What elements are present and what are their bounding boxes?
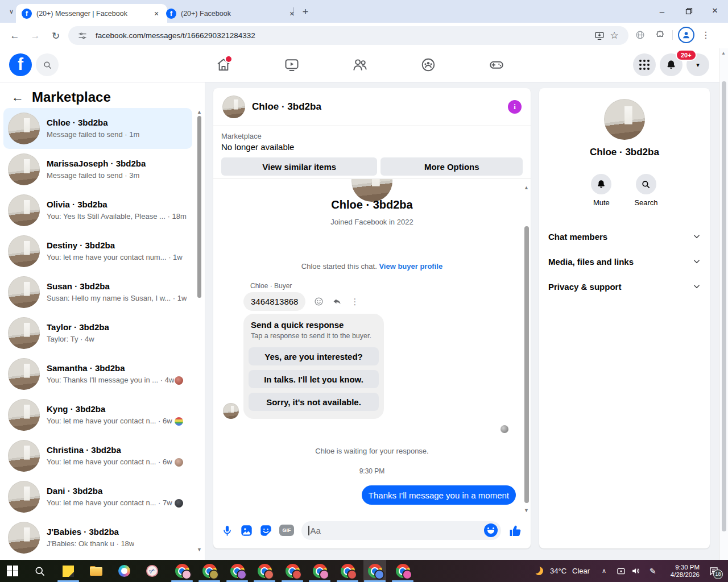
gif-icon[interactable]: GIF [279, 525, 294, 536]
pen-button[interactable]: ✎ [650, 560, 656, 582]
tray-app-icon[interactable] [617, 560, 626, 582]
weather-widget[interactable]: 34°C Clear [535, 560, 590, 582]
home-tab[interactable] [216, 57, 231, 73]
sticker-icon[interactable] [260, 525, 272, 537]
conversation-info-icon[interactable]: i [508, 100, 522, 114]
browser-menu-kebab-icon[interactable]: ⋮ [698, 28, 713, 43]
chat-scroll-down-icon[interactable]: ▼ [524, 508, 529, 513]
chrome-profile-6-button[interactable] [308, 560, 331, 582]
thumbs-up-send-icon[interactable] [508, 523, 523, 538]
sticky-notes-button[interactable] [57, 560, 80, 582]
gaming-tab[interactable] [489, 57, 504, 73]
listing-avatar [8, 276, 40, 308]
section-media-files-links[interactable]: Media, files and links [539, 249, 710, 274]
search-in-conversation-button[interactable]: Search [634, 174, 657, 207]
url-text[interactable]: facebook.com/messages/t/1666290321284332 [96, 31, 592, 40]
window-minimize-button[interactable]: – [649, 0, 675, 22]
tray-overflow-chevron[interactable]: ∧ [602, 560, 606, 582]
chrome-profile-4-button[interactable] [253, 560, 276, 582]
conversation-row-marissajoseph[interactable]: MarissaJoseph · 3bd2ba Message failed to… [3, 149, 192, 190]
sender-label: Chloe · Buyer [250, 282, 292, 290]
forward-button[interactable]: → [26, 27, 44, 45]
apps-menu-button[interactable] [633, 53, 656, 76]
react-emoji-icon[interactable] [314, 297, 324, 306]
page-scrollbar[interactable]: ▲ [719, 48, 728, 560]
conversation-row-samantha[interactable]: Samantha · 3bd2ba You: Thanks I'll messa… [3, 354, 192, 394]
conversation-row-jbabies[interactable]: J'Babies · 3bd2ba J'Babies: Ok thank u ·… [3, 517, 192, 558]
reload-button[interactable]: ↻ [47, 27, 65, 45]
page-scrollbar-thumb[interactable] [722, 81, 726, 531]
sidebar-scroll-down-icon[interactable]: ▼ [197, 547, 202, 552]
section-privacy-support[interactable]: Privacy & support [539, 274, 710, 299]
chrome-profile-5-button[interactable] [281, 560, 304, 582]
sidebar-scroll-up-icon[interactable]: ▲ [197, 109, 202, 115]
chrome-profile-7-button[interactable] [336, 560, 359, 582]
conversation-row-kyng[interactable]: Kyng · 3bd2ba You: let me have your cont… [3, 394, 192, 435]
taskbar-search-button[interactable] [28, 560, 51, 582]
notification-center-button[interactable]: 18 [709, 560, 719, 582]
conversation-row-chloe[interactable]: Chloe · 3bd2ba Message failed to send · … [3, 108, 192, 149]
sent-message-bubble[interactable]: Thanks I'll message you in a moment [362, 485, 516, 505]
back-button[interactable]: ← [6, 27, 24, 45]
site-info-icon[interactable] [75, 28, 90, 43]
conversation-name: Christina · 3bd2ba [47, 444, 172, 456]
quick-reply-in-talks-button[interactable]: In talks. I'll let you know. [249, 370, 379, 388]
chrome-profile-1-button[interactable] [171, 560, 193, 582]
message-input[interactable]: Aa [301, 521, 501, 540]
address-bar[interactable]: facebook.com/messages/t/1666290321284332… [68, 26, 628, 45]
more-options-button[interactable]: More Options [380, 157, 523, 176]
tab-close-icon[interactable]: × [287, 9, 297, 19]
install-app-icon[interactable] [592, 28, 607, 43]
attach-image-icon[interactable] [241, 525, 253, 537]
sidebar-scrollbar[interactable] [197, 116, 201, 298]
window-restore-button[interactable] [676, 0, 702, 22]
copilot-button[interactable] [113, 560, 135, 582]
section-chat-members[interactable]: Chat members [539, 224, 710, 249]
chrome-profile-8-button-active[interactable] [363, 560, 386, 582]
chrome-profile-2-button[interactable] [198, 560, 221, 582]
chat-scroll-up-icon[interactable]: ▲ [524, 185, 529, 190]
window-close-button[interactable]: × [702, 0, 728, 22]
clock-widget[interactable]: 9:30 PM 4/28/2026 [662, 560, 700, 582]
friends-tab[interactable] [352, 57, 368, 73]
new-tab-button[interactable]: + [298, 5, 313, 19]
quick-reply-not-available-button[interactable]: Sorry, it's not available. [249, 393, 379, 411]
tab-messenger[interactable]: f (20+) Messenger | Facebook × [16, 4, 167, 23]
chrome-profile-9-button[interactable] [391, 560, 414, 582]
start-button[interactable] [1, 560, 24, 582]
file-explorer-button[interactable] [85, 560, 107, 582]
groups-tab[interactable] [420, 57, 436, 73]
facebook-logo[interactable]: f [9, 53, 32, 76]
quick-reply-interested-button[interactable]: Yes, are you interested? [249, 347, 379, 365]
tab-facebook[interactable]: f (20+) Facebook × [160, 4, 303, 23]
bookmark-star-icon[interactable]: ☆ [607, 28, 622, 43]
chat-scrollbar[interactable] [524, 226, 529, 503]
browser-profile-avatar[interactable] [678, 27, 694, 43]
chat-header[interactable]: Chloe · 3bd2ba i [213, 88, 531, 126]
conversation-row-destiny[interactable]: Destiny · 3bd2ba You: let me have your c… [3, 231, 192, 272]
emoji-picker-icon[interactable] [484, 523, 498, 537]
notification-count-badge: 20+ [676, 49, 697, 61]
extensions-puzzle-icon[interactable] [652, 28, 667, 43]
conversation-row-olivia[interactable]: Olivia · 3bd2ba You: Yes Its Still Avail… [3, 190, 192, 231]
voice-clip-icon[interactable] [221, 525, 233, 537]
page-scroll-up-icon[interactable]: ▲ [721, 51, 726, 56]
message-menu-kebab-icon[interactable]: ⋮ [350, 297, 359, 307]
conversation-row-christina[interactable]: Christina · 3bd2ba You: let me have your… [3, 435, 192, 476]
reply-icon[interactable] [332, 297, 342, 306]
volume-button[interactable] [631, 560, 641, 582]
conversation-row-taylor[interactable]: Taylor · 3bd2ba Taylor: Ty · 4w [3, 313, 192, 354]
watch-tab[interactable] [284, 57, 300, 73]
snipping-tool-button[interactable]: ✂ [140, 560, 163, 582]
mute-button[interactable]: Mute [591, 174, 611, 207]
chrome-profile-3-button[interactable] [226, 560, 249, 582]
conversation-row-susan[interactable]: Susan · 3bd2ba Susan: Hello my name is S… [3, 272, 192, 313]
messenger-app: ← Marketplace Chloe · 3bd2ba Message fai… [0, 82, 728, 560]
facebook-search-button[interactable] [36, 53, 59, 76]
conversation-row-dani[interactable]: Dani · 3bd2ba You: let me have your cont… [3, 476, 192, 517]
search-icon [34, 566, 46, 577]
received-message-bubble[interactable]: 3464813868 [243, 292, 305, 311]
view-similar-items-button[interactable]: View similar items [221, 157, 377, 176]
back-arrow-icon[interactable]: ← [11, 90, 25, 105]
view-buyer-profile-link[interactable]: View buyer profile [379, 262, 442, 271]
